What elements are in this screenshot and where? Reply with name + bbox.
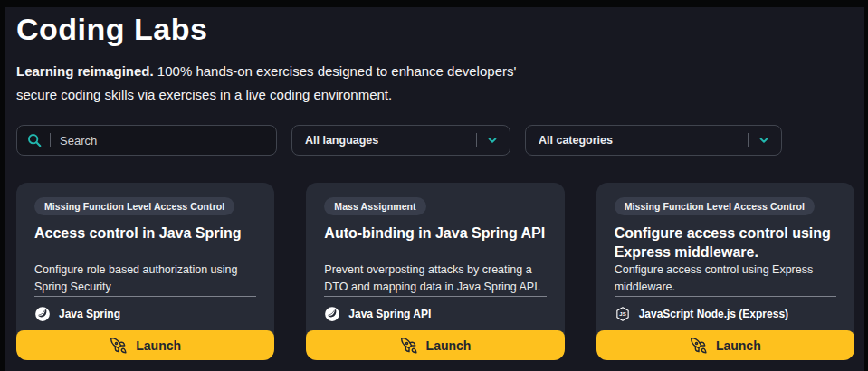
page-header: Coding Labs Learning reimagined. 100% ha… (16, 9, 853, 107)
tech-label: JavaScript Node.js (Express) (639, 308, 788, 320)
chevron-down-icon[interactable] (486, 134, 499, 147)
vulnerability-badge: Missing Function Level Access Control (615, 197, 815, 215)
tech-label: Java Spring (59, 308, 120, 320)
chevron-down-icon[interactable] (758, 134, 770, 147)
search-box[interactable] (16, 125, 277, 156)
lab-card-body: Missing Function Level Access Control Co… (596, 183, 854, 330)
spring-leaf-icon (34, 306, 51, 322)
lab-title: Configure access control using Express m… (615, 224, 836, 262)
lab-card: Mass Assignment Auto-binding in Java Spr… (306, 183, 564, 360)
coding-labs-page: Coding Labs Learning reimagined. 100% ha… (5, 7, 864, 371)
spring-leaf-icon (324, 306, 340, 322)
launch-button-label: Launch (136, 338, 181, 353)
svg-text:JS: JS (619, 311, 625, 317)
lab-card-body: Mass Assignment Auto-binding in Java Spr… (306, 183, 564, 330)
nodejs-icon: JS (615, 306, 631, 322)
tech-row: Java Spring API (324, 296, 546, 330)
launch-button-label: Launch (716, 338, 761, 353)
launch-button-label: Launch (426, 338, 472, 353)
categories-dropdown-value: All categories (539, 134, 748, 147)
search-divider (50, 133, 51, 147)
filter-bar: All languages All categories (16, 125, 853, 156)
tech-row: Java Spring (34, 296, 256, 330)
languages-dropdown-value: All languages (305, 134, 476, 147)
vulnerability-badge: Missing Function Level Access Control (34, 197, 234, 215)
page-subtitle: Learning reimagined. 100% hands-on exerc… (16, 60, 559, 107)
lab-card: Missing Function Level Access Control Co… (596, 183, 854, 360)
tech-label: Java Spring API (348, 308, 431, 320)
vulnerability-badge: Mass Assignment (324, 197, 425, 215)
dropdown-divider (748, 133, 749, 147)
lab-description: Prevent overposting attacks by creating … (324, 262, 546, 296)
subtitle-lead: Learning reimagined. (16, 63, 154, 79)
launch-button[interactable]: Launch (306, 330, 564, 360)
rocket-icon (110, 337, 128, 355)
page-title: Coding Labs (16, 9, 853, 49)
dropdown-divider (476, 133, 477, 147)
lab-title: Auto-binding in Java Spring API (324, 224, 546, 262)
lab-description: Configure role based authorization using… (34, 262, 256, 296)
lab-card: Missing Function Level Access Control Ac… (16, 183, 274, 360)
launch-button[interactable]: Launch (16, 330, 274, 360)
languages-dropdown[interactable]: All languages (291, 125, 510, 156)
search-icon (26, 132, 43, 148)
lab-title: Access control in Java Spring (34, 224, 256, 262)
search-input[interactable] (60, 134, 267, 147)
rocket-icon (400, 337, 418, 355)
tech-row: JS JavaScript Node.js (Express) (615, 296, 836, 330)
categories-dropdown[interactable]: All categories (525, 125, 782, 156)
launch-button[interactable]: Launch (596, 330, 854, 360)
lab-card-body: Missing Function Level Access Control Ac… (16, 183, 274, 330)
lab-cards-grid: Missing Function Level Access Control Ac… (16, 183, 854, 360)
rocket-icon (690, 337, 708, 355)
lab-description: Configure access control using Express m… (615, 262, 836, 296)
